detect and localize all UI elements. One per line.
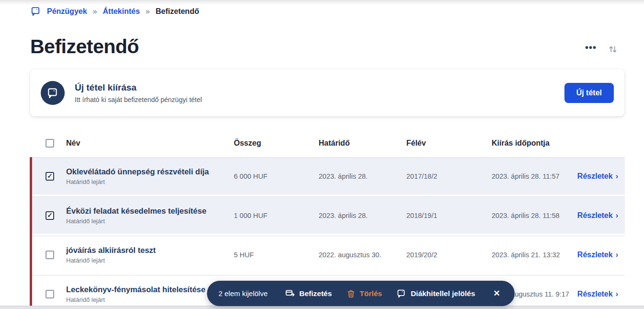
item-status: Határidő lejárt — [66, 178, 234, 185]
item-name: Oklevélátadó ünnepség részvételi díja — [66, 167, 234, 176]
item-amount: 5 HUF — [234, 251, 319, 259]
breadcrumb: Pénzügyek » Áttekintés » Befizetendő — [30, 6, 199, 17]
item-semester: 2018/19/1 — [406, 212, 492, 219]
details-link[interactable]: Részletek› — [577, 251, 618, 259]
top-fade — [0, 0, 644, 5]
item-semester: 2017/18/2 — [406, 172, 492, 180]
page-title: Befizetendő — [30, 35, 139, 58]
new-item-button[interactable]: Új tétel — [564, 83, 614, 103]
breadcrumb-link-attekintes[interactable]: Áttekintés — [103, 7, 140, 16]
row-checkbox[interactable]: ✓ — [46, 172, 54, 181]
column-header-nev: Név — [66, 139, 234, 148]
details-link[interactable]: Részletek› — [577, 211, 618, 219]
item-issued: 2023. április 28. 11:57 — [492, 172, 577, 180]
item-amount: 1 000 HUF — [234, 212, 319, 219]
item-status: Határidő lejárt — [66, 217, 234, 225]
item-name: jóváírás alkiírásról teszt — [66, 246, 234, 255]
expired-status-stripe — [30, 157, 32, 306]
table-row[interactable]: ✓ Oklevélátadó ünnepség részvételi díja … — [30, 157, 625, 195]
column-header-osszeg: Összeg — [234, 139, 319, 148]
wallet-icon — [30, 6, 41, 17]
details-link[interactable]: Részletek› — [577, 172, 618, 180]
wallet-icon — [41, 81, 65, 105]
item-deadline: 2022. augusztus 30. — [319, 251, 406, 259]
column-header-kiiras: Kiírás időpontja — [492, 139, 577, 148]
item-issued: 2023. április 21. 13:32 — [492, 251, 577, 259]
breadcrumb-current: Befizetendő — [156, 7, 199, 16]
bottom-strip — [0, 306, 644, 309]
table-row[interactable]: ✓ Évközi feladat késedelmes teljesítése … — [30, 196, 625, 234]
di-khitellel-jel-l-s-button[interactable]: Diákhitellel jelölés — [396, 288, 475, 298]
details-link[interactable]: Részletek› — [577, 290, 618, 298]
selection-count: 2 elem kijelölve — [218, 289, 268, 298]
breadcrumb-separator: » — [146, 7, 150, 16]
more-options-button[interactable]: ••• — [584, 42, 598, 55]
selection-toolbar: 2 elem kijelölve BefizetésTörlésDiákhite… — [207, 281, 515, 306]
new-item-card: Új tétel kiírása Itt írható ki saját bef… — [30, 69, 624, 116]
card-title: Új tétel kiírása — [75, 82, 202, 93]
row-checkbox[interactable]: ✓ — [46, 290, 54, 298]
item-issued: 2023. április 28. 11:58 — [492, 212, 577, 219]
item-semester: 2019/20/2 — [406, 251, 492, 259]
select-all-checkbox[interactable]: ✓ — [46, 139, 54, 148]
breadcrumb-separator: » — [93, 7, 97, 16]
row-checkbox[interactable]: ✓ — [46, 211, 54, 220]
card-arrow-icon — [285, 288, 295, 298]
item-deadline: 2023. április 28. — [319, 172, 406, 180]
table-header-row: ✓ Név Összeg Határidő Félév Kiírás időpo… — [30, 133, 625, 153]
table-row[interactable]: ✓ jóváírás alkiírásról teszt Határidő le… — [30, 236, 625, 273]
item-status: Határidő lejárt — [66, 257, 234, 264]
item-name: Évközi feladat késedelmes teljesítése — [66, 206, 234, 216]
card-subtitle: Itt írható ki saját befizetendő pénzügyi… — [75, 96, 202, 103]
trash-icon — [346, 289, 356, 298]
wallet-icon — [396, 288, 406, 298]
item-amount: 6 000 HUF — [234, 172, 319, 180]
column-header-hatarido: Határidő — [319, 139, 406, 148]
t-rl-s-button[interactable]: Törlés — [346, 289, 382, 298]
row-checkbox[interactable]: ✓ — [46, 251, 54, 259]
breadcrumb-link-penzugyek[interactable]: Pénzügyek — [47, 7, 87, 16]
item-deadline: 2023. április 28. — [319, 212, 406, 219]
befizet-s-button[interactable]: Befizetés — [285, 288, 332, 298]
column-header-felev: Félév — [406, 139, 492, 148]
close-icon[interactable]: ✕ — [491, 286, 503, 300]
sort-icon[interactable] — [608, 44, 619, 55]
